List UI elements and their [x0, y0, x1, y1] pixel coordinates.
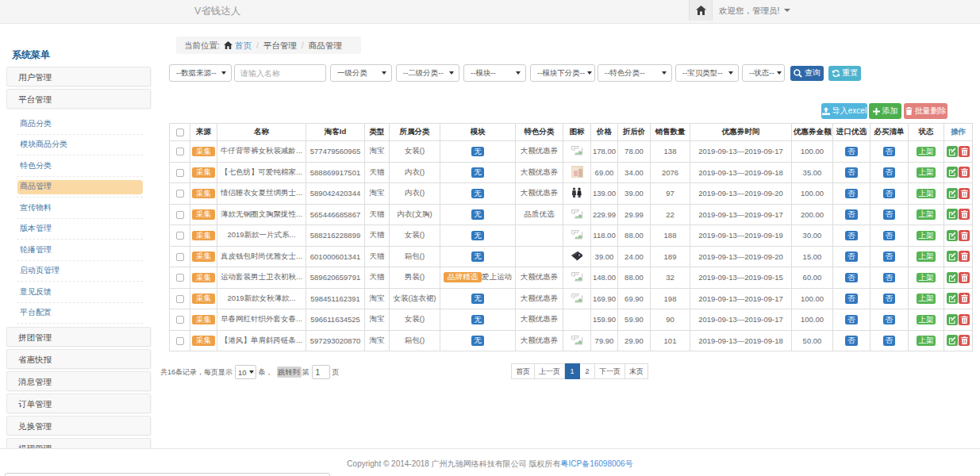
- mustbuy-badge[interactable]: 否: [883, 294, 896, 304]
- imported-badge[interactable]: 否: [845, 315, 858, 325]
- imported-badge[interactable]: 否: [845, 294, 858, 304]
- imported-badge[interactable]: 否: [845, 167, 858, 178]
- edit-button[interactable]: [947, 209, 958, 220]
- imported-badge[interactable]: 否: [845, 336, 858, 346]
- sidebar-item-特色分类[interactable]: 特色分类: [17, 155, 143, 177]
- breadcrumb-home-link[interactable]: 首页: [235, 40, 252, 50]
- imported-badge[interactable]: 否: [845, 189, 858, 199]
- name-search-input[interactable]: [234, 64, 326, 82]
- add-button[interactable]: 添加: [869, 103, 901, 119]
- row-checkbox[interactable]: [176, 148, 184, 155]
- imported-badge[interactable]: 否: [845, 273, 858, 283]
- sidebar-item-版本管理[interactable]: 版本管理: [17, 219, 143, 240]
- row-checkbox[interactable]: [176, 253, 184, 261]
- status-badge[interactable]: 上架: [917, 251, 936, 262]
- page-button-末页[interactable]: 末页: [625, 363, 648, 379]
- page-button-1[interactable]: 1: [565, 363, 580, 379]
- edit-button[interactable]: [947, 188, 958, 199]
- delete-button[interactable]: [959, 167, 970, 178]
- status-badge[interactable]: 上架: [917, 147, 936, 157]
- mustbuy-badge[interactable]: 否: [883, 251, 896, 262]
- sidebar-section-平台管理[interactable]: 平台管理: [6, 89, 151, 109]
- select-all-checkbox[interactable]: [176, 129, 184, 136]
- delete-button[interactable]: [959, 146, 970, 157]
- delete-button[interactable]: [959, 314, 970, 325]
- edit-button[interactable]: [947, 314, 958, 325]
- home-button[interactable]: [689, 0, 713, 21]
- delete-button[interactable]: [959, 230, 970, 241]
- row-checkbox[interactable]: [176, 337, 184, 345]
- mustbuy-badge[interactable]: 否: [883, 315, 896, 325]
- sidebar-section-用户管理[interactable]: 用户管理: [6, 67, 151, 86]
- row-checkbox[interactable]: [176, 316, 184, 324]
- delete-button[interactable]: [959, 209, 970, 220]
- mustbuy-badge[interactable]: 否: [883, 336, 896, 346]
- filter-select-level2-category[interactable]: --二级分类--: [396, 64, 459, 82]
- row-checkbox[interactable]: [176, 211, 184, 219]
- edit-button[interactable]: [947, 230, 958, 241]
- page-button-2[interactable]: 2: [580, 363, 595, 379]
- mustbuy-badge[interactable]: 否: [883, 189, 896, 199]
- edit-button[interactable]: [947, 335, 958, 346]
- filter-select-status[interactable]: --状态--: [742, 64, 785, 82]
- status-badge[interactable]: 上架: [917, 294, 936, 304]
- page-button-下一页[interactable]: 下一页: [595, 363, 625, 379]
- edit-button[interactable]: [947, 167, 958, 178]
- row-checkbox[interactable]: [176, 232, 184, 240]
- page-button-上一页[interactable]: 上一页: [535, 363, 565, 379]
- sidebar-section-订单管理[interactable]: 订单管理: [6, 393, 151, 413]
- page-button-首页[interactable]: 首页: [511, 363, 535, 379]
- batch-delete-button[interactable]: 批量删除: [904, 103, 947, 119]
- edit-button[interactable]: [947, 272, 958, 283]
- row-checkbox[interactable]: [176, 169, 184, 177]
- delete-button[interactable]: [959, 335, 970, 346]
- sidebar-section-兑换管理[interactable]: 兑换管理: [6, 416, 151, 436]
- delete-button[interactable]: [959, 188, 970, 199]
- mustbuy-badge[interactable]: 否: [883, 231, 896, 241]
- user-menu[interactable]: 欢迎您，管理员!: [719, 0, 790, 21]
- page-size-select[interactable]: 10: [235, 365, 256, 379]
- status-badge[interactable]: 上架: [917, 336, 936, 346]
- reset-button[interactable]: 重置: [828, 66, 861, 81]
- status-badge[interactable]: 上架: [917, 209, 936, 220]
- row-checkbox[interactable]: [176, 295, 184, 303]
- sidebar-section-省惠快报[interactable]: 省惠快报: [6, 349, 151, 369]
- row-checkbox[interactable]: [176, 190, 184, 198]
- mustbuy-badge[interactable]: 否: [883, 209, 896, 220]
- sidebar-item-宣传物料[interactable]: 宣传物料: [17, 198, 143, 219]
- delete-button[interactable]: [959, 251, 970, 262]
- import-excel-button[interactable]: 导入excel: [821, 103, 867, 119]
- filter-select-item-type[interactable]: --宝贝类型--: [675, 64, 739, 82]
- edit-button[interactable]: [947, 293, 958, 304]
- imported-badge[interactable]: 否: [845, 147, 858, 157]
- filter-select-module-sub-category[interactable]: --模块下分类--: [530, 64, 595, 82]
- sidebar-section-拼团管理[interactable]: 拼团管理: [6, 327, 151, 347]
- mustbuy-badge[interactable]: 否: [883, 273, 896, 283]
- filter-select-data-source[interactable]: --数据来源--: [169, 64, 232, 82]
- edit-button[interactable]: [947, 146, 958, 157]
- imported-badge[interactable]: 否: [845, 251, 858, 262]
- filter-select-level1-category[interactable]: 一级分类: [330, 64, 392, 82]
- status-badge[interactable]: 上架: [917, 315, 936, 325]
- jump-button[interactable]: 跳转到: [277, 367, 302, 378]
- imported-badge[interactable]: 否: [845, 231, 858, 241]
- delete-button[interactable]: [959, 293, 970, 304]
- sidebar-item-意见反馈[interactable]: 意见反馈: [17, 282, 143, 303]
- status-badge[interactable]: 上架: [917, 167, 936, 178]
- sidebar-item-轮播管理[interactable]: 轮播管理: [17, 240, 143, 261]
- sidebar-section-消息管理[interactable]: 消息管理: [6, 371, 151, 391]
- filter-select-module[interactable]: --模块--: [463, 64, 526, 82]
- sidebar-item-商品分类[interactable]: 商品分类: [17, 113, 143, 135]
- mustbuy-badge[interactable]: 否: [883, 147, 896, 157]
- mustbuy-badge[interactable]: 否: [883, 167, 896, 178]
- filter-select-feature-category[interactable]: --特色分类--: [598, 64, 672, 82]
- status-badge[interactable]: 上架: [917, 231, 936, 241]
- delete-button[interactable]: [959, 272, 970, 283]
- sidebar-item-模块商品分类[interactable]: 模块商品分类: [17, 135, 143, 156]
- sidebar-item-平台配置[interactable]: 平台配置: [17, 303, 143, 324]
- edit-button[interactable]: [947, 251, 958, 262]
- icp-link[interactable]: 粤ICP备16098006号: [560, 459, 632, 468]
- status-badge[interactable]: 上架: [917, 189, 936, 199]
- sidebar-item-商品管理[interactable]: 商品管理: [17, 177, 143, 198]
- page-number-input[interactable]: [312, 365, 330, 379]
